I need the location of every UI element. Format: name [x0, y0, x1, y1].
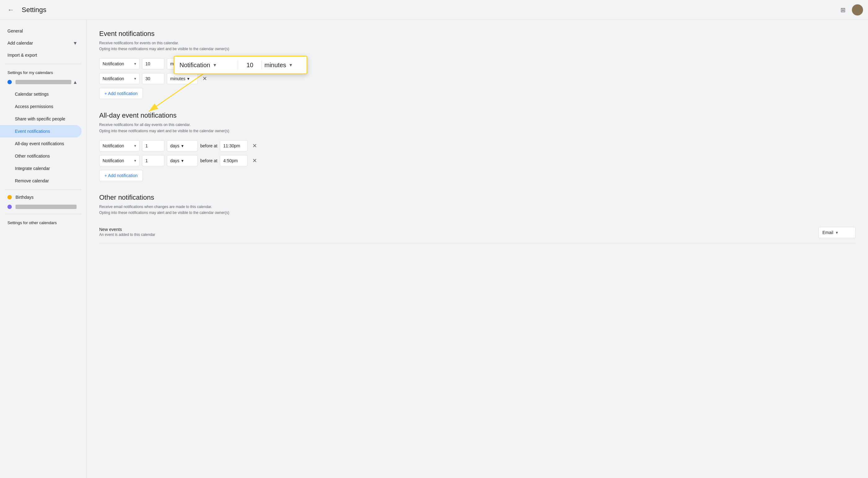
allday-notif-time-label-1: 11:30pm	[223, 143, 240, 148]
sidebar-item-add-calendar[interactable]: Add calendar ▾	[0, 37, 82, 49]
sidebar-my-calendar-row[interactable]: ▴	[0, 76, 82, 88]
event-notifications-title: Event notifications	[99, 30, 856, 38]
allday-event-notifications-label: All-day event notifications	[15, 141, 64, 146]
calendar-settings-label: Calendar settings	[15, 92, 49, 97]
topbar: ← Settings ⊞	[0, 0, 868, 20]
sidebar-birthdays-row[interactable]: Birthdays	[0, 192, 82, 202]
main-content: Event notifications Receive notification…	[87, 20, 868, 478]
highlight-number: 10	[241, 62, 259, 69]
allday-notif-unit-select-1[interactable]: days ▾	[167, 140, 198, 151]
sidebar-item-import-export[interactable]: Import & export	[0, 49, 82, 61]
highlight-type-select: Notification ▼	[180, 62, 235, 69]
sidebar-item-share-with-specific-people[interactable]: Share with specific people	[0, 113, 82, 125]
event-notif-number-input-2[interactable]	[142, 73, 164, 84]
sidebar-item-remove-calendar[interactable]: Remove calendar	[0, 175, 82, 187]
sidebar-item-integrate-calendar[interactable]: Integrate calendar	[0, 162, 82, 175]
other-notifications-sidebar-label: Other notifications	[15, 153, 50, 159]
my-calendar-name	[16, 80, 71, 84]
allday-notif-unit-arrow-1: ▾	[181, 143, 184, 148]
event-add-notification-button[interactable]: + Add notification	[99, 88, 143, 99]
content-wrapper: Event notifications Receive notification…	[99, 30, 856, 243]
sidebar: General Add calendar ▾ Import & export S…	[0, 20, 87, 478]
remove-calendar-label: Remove calendar	[15, 178, 49, 183]
other-notif-new-events-sublabel: An event is added to this calendar	[99, 233, 818, 237]
yellow-calendar-dot	[7, 195, 12, 199]
event-notif-unit-label-2: minutes	[170, 76, 185, 81]
event-notif-type-arrow-1: ▾	[134, 62, 136, 66]
allday-add-notification-button[interactable]: + Add notification	[99, 170, 143, 181]
sidebar-item-allday-event-notifications[interactable]: All-day event notifications	[0, 137, 82, 150]
sidebar-item-other-notifications[interactable]: Other notifications	[0, 150, 82, 162]
allday-notif-time-select-2[interactable]: 4:50pm	[220, 155, 248, 166]
allday-notifications-desc: Receive notifications for all day events…	[99, 122, 856, 134]
other-notif-new-events-title: New events	[99, 227, 122, 232]
sidebar-item-calendar-settings[interactable]: Calendar settings	[0, 88, 82, 100]
topbar-left: ← Settings	[5, 3, 46, 16]
allday-notif-unit-label-1: days	[170, 143, 180, 148]
my-calendar-expand-icon: ▴	[74, 79, 76, 86]
event-notif-row-2: Notification ▾ minutes ▾ ✕	[99, 73, 856, 84]
allday-add-notification-label: + Add notification	[104, 173, 137, 178]
allday-notif-unit-select-2[interactable]: days ▾	[167, 155, 198, 166]
allday-notif-type-select-1[interactable]: Notification ▾	[99, 140, 140, 151]
sidebar-item-general[interactable]: General	[0, 25, 82, 37]
allday-notif-type-arrow-2: ▾	[134, 159, 136, 163]
event-notifications-desc: Receive notifications for events on this…	[99, 40, 856, 52]
highlight-box: Notification ▼ 10 minutes ▼	[174, 56, 308, 74]
highlight-unit-select: minutes ▼	[265, 62, 302, 69]
other-notif-new-events-label: New events An event is added to this cal…	[99, 227, 818, 237]
allday-notif-remove-btn-1[interactable]: ✕	[250, 141, 259, 150]
page-title: Settings	[22, 6, 46, 14]
allday-notif-type-select-2[interactable]: Notification ▾	[99, 155, 140, 166]
allday-notif-before-at-2: before at	[200, 158, 217, 163]
hl-divider-1	[238, 60, 238, 70]
sidebar-blurred-calendar-row[interactable]	[0, 202, 82, 211]
allday-notif-remove-btn-2[interactable]: ✕	[250, 156, 259, 165]
allday-notif-type-label-2: Notification	[103, 158, 124, 163]
main-layout: General Add calendar ▾ Import & export S…	[0, 20, 868, 478]
allday-notif-number-input-2[interactable]	[142, 155, 164, 166]
allday-notif-row-2: Notification ▾ days ▾ before at 4:50pm ✕	[99, 155, 856, 166]
expand-icon: ▾	[74, 40, 76, 46]
other-notif-email-select[interactable]: Email ▾	[818, 227, 856, 238]
event-notif-number-input-1[interactable]	[142, 58, 164, 69]
other-notifications-section: Other notifications Receive email notifi…	[99, 194, 856, 243]
allday-notif-type-arrow-1: ▾	[134, 144, 136, 148]
event-add-notification-label: + Add notification	[104, 91, 137, 96]
sidebar-divider-1	[5, 64, 82, 64]
allday-notif-number-input-1[interactable]	[142, 140, 164, 151]
import-export-label: Import & export	[7, 53, 37, 58]
event-notif-type-label-1: Notification	[103, 61, 124, 66]
allday-notif-time-select-1[interactable]: 11:30pm	[220, 140, 248, 151]
allday-notif-unit-label-2: days	[170, 158, 180, 163]
event-notif-type-select-1[interactable]: Notification ▾	[99, 58, 140, 69]
blue-calendar-dot	[7, 80, 12, 84]
avatar[interactable]	[852, 4, 863, 15]
topbar-right: ⊞	[838, 4, 863, 16]
allday-notifications-title: All-day event notifications	[99, 111, 856, 120]
allday-notif-unit-arrow-2: ▾	[181, 158, 184, 163]
event-notif-type-label-2: Notification	[103, 76, 124, 81]
purple-calendar-dot	[7, 205, 12, 209]
integrate-calendar-label: Integrate calendar	[15, 166, 50, 171]
allday-notif-time-label-2: 4:50pm	[223, 158, 238, 163]
event-notif-type-select-2[interactable]: Notification ▾	[99, 73, 140, 84]
event-notif-type-arrow-2: ▾	[134, 76, 136, 81]
event-notif-unit-select-2[interactable]: minutes ▾	[167, 73, 198, 84]
highlight-type-label: Notification	[180, 62, 210, 69]
allday-notif-row-1: Notification ▾ days ▾ before at 11:30pm …	[99, 140, 856, 151]
highlight-unit-arrow: ▼	[289, 63, 293, 67]
event-notif-remove-btn-2[interactable]: ✕	[200, 74, 209, 83]
allday-notif-type-label-1: Notification	[103, 143, 124, 148]
allday-notifications-section: All-day event notifications Receive noti…	[99, 111, 856, 181]
highlight-type-arrow: ▼	[213, 63, 217, 67]
grid-icon[interactable]: ⊞	[838, 4, 848, 16]
allday-notif-before-at-1: before at	[200, 143, 217, 148]
birthdays-calendar-name: Birthdays	[16, 195, 76, 200]
access-permissions-label: Access permissions	[15, 104, 53, 109]
other-notif-new-events-row: New events An event is added to this cal…	[99, 222, 856, 243]
sidebar-item-event-notifications[interactable]: Event notifications	[0, 125, 82, 137]
settings-for-my-calendars-title: Settings for my calendars	[0, 67, 87, 76]
back-button[interactable]: ←	[5, 3, 17, 16]
sidebar-item-access-permissions[interactable]: Access permissions	[0, 100, 82, 113]
